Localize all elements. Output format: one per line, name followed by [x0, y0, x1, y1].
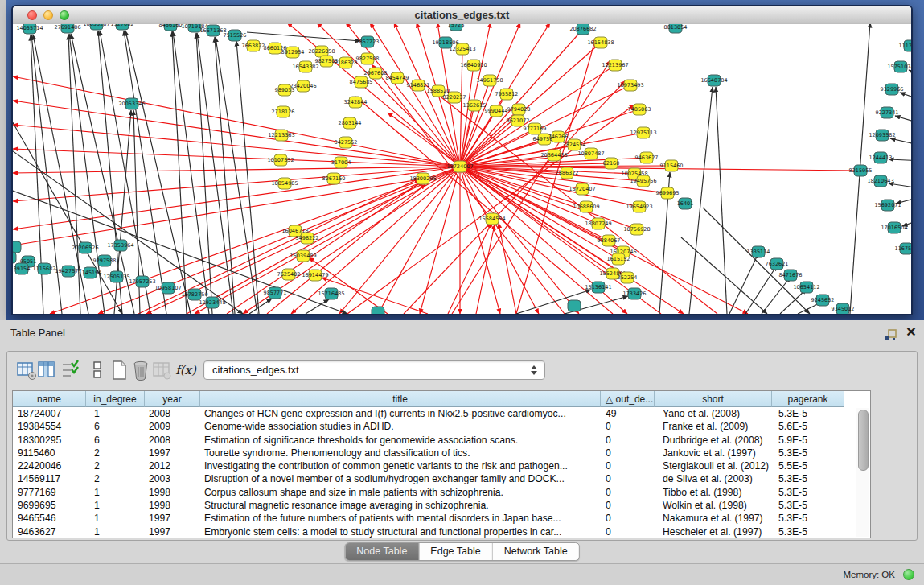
graph-node[interactable]: [372, 307, 384, 314]
graph-node[interactable]: 18300295: [409, 173, 436, 184]
graph-node[interactable]: 7663822: [242, 40, 265, 51]
graph-node[interactable]: 14055714: [16, 24, 43, 34]
table-row[interactable]: 946362711997Embryonic stem cells: a mode…: [13, 525, 844, 538]
table-header-row[interactable]: namein_degreeyeartitle△ out_de...shortpa…: [13, 391, 844, 407]
scrollbar-thumb[interactable]: [858, 410, 869, 471]
citation-network-graph[interactable]: 1872400718300295766382286601268912954165…: [13, 24, 911, 314]
graph-node[interactable]: 15751074: [887, 61, 911, 72]
graph-node[interactable]: 10653287: [83, 24, 109, 30]
graph-node[interactable]: 16640910: [460, 60, 487, 71]
graph-node[interactable]: 1733426: [623, 288, 647, 299]
graph-node[interactable]: 14961758: [476, 75, 503, 86]
column-header-pagerank[interactable]: pagerank: [772, 391, 844, 407]
graph-node[interactable]: 39154: [14, 263, 31, 274]
table-source-select[interactable]: citations_edges.txt: [203, 360, 545, 380]
column-header-title[interactable]: title: [200, 391, 601, 407]
create-column-icon[interactable]: [108, 359, 130, 381]
graph-node[interactable]: 7632621: [766, 258, 789, 270]
graph-node[interactable]: 62160: [603, 158, 620, 169]
vertical-scrollbar[interactable]: [856, 408, 869, 537]
column-header-year[interactable]: year: [145, 391, 200, 407]
graph-node[interactable]: 9794028: [507, 104, 531, 115]
row-height-icon[interactable]: [86, 359, 109, 381]
graph-node[interactable]: 27691406: [54, 24, 80, 33]
graph-node[interactable]: 17353964: [107, 240, 133, 251]
graph-node[interactable]: 18210643: [867, 175, 893, 187]
table-row[interactable]: 946554611997Estimation of the future num…: [13, 512, 844, 525]
graph-node[interactable]: 15136141: [585, 282, 611, 293]
graph-node[interactable]: 7955812: [495, 89, 519, 100]
citation-nodes[interactable]: 1872400718300295766382286601268912954165…: [13, 24, 911, 314]
table-row[interactable]: 977716911998Corpus callosum shape and si…: [13, 486, 844, 499]
graph-node[interactable]: 9297588: [93, 255, 117, 266]
graph-node[interactable]: 2718126: [272, 106, 295, 117]
table-row[interactable]: 1830029562008Estimation of significance …: [13, 434, 844, 447]
graph-node[interactable]: 12505135: [103, 271, 129, 282]
graph-node[interactable]: 12213967: [602, 60, 628, 71]
graph-node[interactable]: 8454749: [386, 72, 409, 84]
table-row[interactable]: 911546021997Tourette syndrome. Phenomeno…: [13, 447, 844, 459]
graph-node[interactable]: 2803144: [339, 117, 362, 129]
graph-node[interactable]: 10807487: [577, 148, 604, 159]
import-table-icon[interactable]: [150, 359, 173, 381]
graph-node[interactable]: 7625402: [277, 269, 301, 280]
column-header-name[interactable]: name: [13, 391, 86, 407]
graph-node[interactable]: [13, 241, 21, 253]
column-select-icon[interactable]: [60, 359, 82, 381]
table-row[interactable]: 1938455462009Genome-wide association stu…: [13, 420, 844, 433]
graph-node[interactable]: 9463627: [635, 152, 659, 163]
function-builder-icon[interactable]: f(x): [175, 359, 197, 381]
graph-node[interactable]: 1335114: [747, 246, 770, 257]
graph-node[interactable]: 9227341: [876, 107, 899, 118]
graph-node[interactable]: 10688609: [573, 201, 599, 212]
graph-node[interactable]: 8427552: [335, 137, 358, 148]
table-row[interactable]: 2242004622012Investigating the contribut…: [13, 459, 844, 472]
column-visibility-icon[interactable]: [35, 359, 58, 381]
table-mode-icon[interactable]: [15, 359, 38, 381]
graph-node[interactable]: 8267150: [322, 173, 346, 184]
tab-network-table[interactable]: Network Table: [493, 543, 579, 560]
graph-node[interactable]: 3242844: [344, 97, 368, 108]
graph-node[interactable]: 317004: [331, 157, 351, 168]
graph-node[interactable]: 15716485: [318, 288, 344, 299]
network-canvas[interactable]: 1872400718300295766382286601268912954165…: [13, 24, 911, 314]
graph-node[interactable]: 17016504: [881, 222, 907, 233]
graph-node[interactable]: 7857223: [356, 36, 380, 47]
table-row[interactable]: 1456911722003Disruption of a novel membe…: [13, 472, 844, 485]
graph-node[interactable]: 9827508: [356, 53, 380, 64]
graph-node[interactable]: 15692071: [874, 200, 901, 211]
table-row[interactable]: 1872400712008Changes of HCN gene express…: [13, 407, 844, 420]
graph-node[interactable]: 7485063: [628, 104, 651, 115]
graph-node[interactable]: 8471676: [779, 270, 803, 281]
float-panel-icon[interactable]: [885, 328, 897, 341]
graph-node[interactable]: [13, 252, 16, 263]
graph-node[interactable]: 16648784: [700, 75, 727, 86]
graph-node[interactable]: 8466160: [159, 24, 183, 31]
graph-node[interactable]: 1112304: [899, 40, 911, 51]
graph-node[interactable]: 1527602: [111, 24, 134, 30]
graph-node[interactable]: 10107552: [267, 154, 294, 166]
graph-node[interactable]: 15723: [448, 24, 465, 31]
graph-node[interactable]: 20876682: [569, 24, 596, 35]
graph-node[interactable]: 9699695: [656, 187, 680, 199]
graph-node[interactable]: 9329966: [881, 84, 904, 95]
graph-node[interactable]: 16154838: [587, 37, 614, 48]
graph-node[interactable]: 9990444: [485, 105, 508, 117]
graph-node[interactable]: 10958107: [154, 282, 181, 294]
close-panel-icon[interactable]: ✕: [904, 325, 918, 340]
graph-node[interactable]: 9245652: [811, 295, 835, 306]
table-rows[interactable]: 1872400712008Changes of HCN gene express…: [13, 407, 844, 538]
column-header-short[interactable]: short: [655, 391, 772, 407]
network-window-titlebar[interactable]: citations_edges.txt: [13, 6, 911, 25]
column-header-in_degree[interactable]: in_degree: [86, 391, 145, 407]
graph-node[interactable]: 7886322: [556, 167, 579, 179]
table-type-tabs[interactable]: Node TableEdge TableNetwork Table: [344, 542, 579, 561]
graph-node[interactable]: 16401: [677, 198, 694, 209]
graph-node[interactable]: 9857771: [264, 287, 287, 299]
graph-node[interactable]: 1167533: [895, 243, 911, 254]
graph-node[interactable]: 19654923: [626, 201, 652, 212]
graph-node[interactable]: 7515526: [224, 30, 247, 41]
graph-node[interactable]: 9621072: [507, 115, 530, 126]
memory-status-icon[interactable]: [903, 569, 914, 580]
graph-node[interactable]: 9115460: [660, 160, 684, 171]
